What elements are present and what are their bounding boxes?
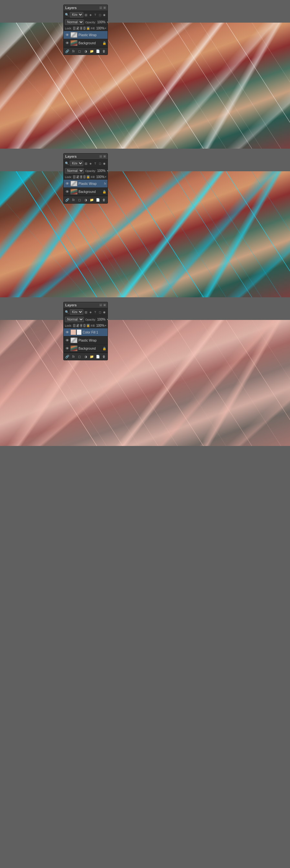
lock-label-3: Lock:	[65, 324, 72, 328]
new-layer-btn-2[interactable]: 📄	[95, 197, 100, 202]
mask-btn-2[interactable]: ◻	[77, 197, 82, 202]
panel-collapse-btn-3[interactable]: –	[99, 304, 102, 306]
lock-artboard-3[interactable]: ⬡	[83, 324, 86, 328]
fill-label-2: Fill:	[91, 176, 95, 179]
blend-select-3[interactable]: Normal	[65, 317, 84, 322]
panel-menu-btn-1[interactable]: ≡	[103, 6, 106, 9]
fill-label-1: Fill:	[91, 27, 95, 30]
filter-type-btn-3[interactable]: T	[93, 310, 97, 314]
filter-shape-btn-3[interactable]: ◻	[98, 310, 102, 314]
search-icon-2: 🔍	[65, 161, 69, 166]
filter-adjust-btn-3[interactable]: ◈	[89, 310, 92, 314]
adjustment-btn-2[interactable]: ◑	[83, 197, 88, 202]
fx-btn-3[interactable]: fx	[71, 354, 76, 359]
lock-artboard-2[interactable]: ⬡	[83, 175, 86, 179]
blend-select-2[interactable]: Normal	[65, 168, 84, 174]
layer-thumb-bg-2	[70, 189, 77, 194]
filter-shape-btn-2[interactable]: ◻	[98, 161, 102, 166]
adjustment-btn-3[interactable]: ◑	[83, 354, 88, 359]
lock-all-1[interactable]: 🔒	[87, 27, 90, 30]
filter-smart-btn-3[interactable]: ◉	[103, 310, 106, 314]
fx-btn-2[interactable]: fx	[71, 197, 76, 202]
layer-vis-bg-3[interactable]: 👁	[65, 346, 69, 351]
filter-adjust-btn-1[interactable]: ◈	[89, 12, 92, 17]
panel-collapse-btn-2[interactable]: –	[99, 155, 102, 158]
filter-shape-btn-1[interactable]: ◻	[98, 12, 102, 17]
lock-brush-3[interactable]: 🖌	[76, 324, 79, 328]
svg-line-6	[123, 23, 203, 149]
layer-vis-plastic-3[interactable]: 👁	[65, 338, 69, 343]
delete-btn-1[interactable]: 🗑	[101, 49, 106, 54]
filter-smart-btn-1[interactable]: ◉	[103, 12, 106, 17]
link-btn-1[interactable]: 🔗	[65, 49, 70, 54]
lock-checkerboard-2[interactable]: ⬚	[73, 175, 75, 179]
lock-checkerboard-1[interactable]: ⬚	[73, 27, 75, 30]
filter-adjust-btn-2[interactable]: ◈	[89, 161, 92, 166]
layer-vis-colorfill-3[interactable]: 👁	[65, 330, 69, 335]
filter-pixel-btn-3[interactable]: ▨	[84, 310, 88, 314]
panel-menu-btn-3[interactable]: ≡	[103, 304, 106, 306]
opacity-chevron-2[interactable]: ▾	[107, 169, 108, 172]
search-icon-1: 🔍	[65, 12, 69, 17]
new-layer-btn-3[interactable]: 📄	[95, 354, 100, 359]
lock-move-1[interactable]: ✛	[80, 27, 82, 30]
panel-collapse-btn-1[interactable]: –	[99, 6, 102, 9]
new-layer-btn-1[interactable]: 📄	[95, 49, 100, 54]
opacity-chevron-3[interactable]: ▾	[107, 318, 108, 321]
fill-chevron-2[interactable]: ▾	[105, 176, 106, 178]
adjustment-btn-1[interactable]: ◑	[83, 49, 88, 54]
thumb-color-fill-mask-3	[76, 329, 82, 335]
layer-row-bg-1[interactable]: 👁 Background 🔒	[64, 39, 107, 47]
opacity-chevron-1[interactable]: ▾	[107, 21, 108, 24]
layer-row-bg-2[interactable]: 👁 Background 🔒	[64, 188, 107, 196]
layer-row-plastic-wrap-1[interactable]: 👁 Plastic Wrap	[64, 31, 107, 39]
delete-btn-2[interactable]: 🗑	[101, 197, 106, 202]
lock-artboard-1[interactable]: ⬡	[83, 27, 86, 30]
blend-row-3: Normal Opacity: 100% ▾	[64, 316, 107, 323]
folder-btn-2[interactable]: 📁	[89, 197, 94, 202]
layer-vis-plastic-1[interactable]: 👁	[65, 33, 69, 37]
fill-chevron-1[interactable]: ▾	[105, 27, 106, 30]
lock-move-2[interactable]: ✛	[80, 175, 82, 179]
lock-all-3[interactable]: 🔒	[87, 324, 90, 328]
mask-btn-3[interactable]: ◻	[77, 354, 82, 359]
panel-toolbar-3: 🔗 fx ◻ ◑ 📁 📄 🗑	[64, 352, 107, 360]
lock-brush-2[interactable]: 🖌	[76, 175, 79, 179]
link-btn-2[interactable]: 🔗	[65, 197, 70, 202]
fx-btn-1[interactable]: fx	[71, 49, 76, 54]
fill-chevron-3[interactable]: ▾	[105, 324, 106, 327]
photo-2	[0, 171, 290, 297]
opacity-label-1: Opacity:	[85, 21, 96, 24]
lock-all-2[interactable]: 🔒	[87, 175, 90, 179]
scene-1: Layers – ≡ 🔍 Kind ▨ ◈ T ◻ ◉	[0, 0, 290, 149]
kind-select-3[interactable]: Kind	[70, 309, 83, 315]
mask-btn-1[interactable]: ◻	[77, 49, 82, 54]
delete-btn-3[interactable]: 🗑	[101, 354, 106, 359]
filter-type-btn-2[interactable]: T	[93, 161, 97, 166]
folder-btn-3[interactable]: 📁	[89, 354, 94, 359]
link-btn-3[interactable]: 🔗	[65, 354, 70, 359]
layer-vis-bg-2[interactable]: 👁	[65, 189, 69, 194]
layer-row-bg-3[interactable]: 👁 Background 🔒	[64, 344, 107, 352]
lock-checkerboard-3[interactable]: ⬚	[73, 324, 75, 328]
panel-titlebar-3: Layers – ≡	[64, 302, 107, 308]
filter-pixel-btn-2[interactable]: ▨	[84, 161, 88, 166]
kind-select-1[interactable]: Kind	[70, 12, 83, 18]
layer-vis-plastic-2[interactable]: 👁	[65, 181, 69, 186]
svg-line-9	[200, 23, 281, 149]
folder-btn-1[interactable]: 📁	[89, 49, 94, 54]
lock-brush-1[interactable]: 🖌	[76, 27, 79, 30]
panel-menu-btn-2[interactable]: ≡	[103, 155, 106, 158]
spacer-3: Layers – ≡ 🔍 Kind ▨ ◈ T ◻ ◉ Normal	[0, 297, 290, 320]
panel-titlebar-2: Layers – ≡	[64, 154, 107, 160]
layer-row-plastic-wrap-2[interactable]: 👁 Plastic Wrap fx	[64, 180, 107, 188]
filter-pixel-btn-1[interactable]: ▨	[84, 12, 88, 17]
layer-row-color-fill-3[interactable]: 👁 Color Fill 1	[64, 328, 107, 336]
layer-row-plastic-wrap-3[interactable]: 👁 Plastic Wrap	[64, 336, 107, 344]
filter-smart-btn-2[interactable]: ◉	[103, 161, 106, 166]
layer-vis-bg-1[interactable]: 👁	[65, 41, 69, 45]
filter-type-btn-1[interactable]: T	[93, 12, 97, 17]
kind-select-2[interactable]: Kind	[70, 161, 83, 166]
blend-select-1[interactable]: Normal	[65, 20, 84, 25]
lock-move-3[interactable]: ✛	[80, 324, 82, 328]
